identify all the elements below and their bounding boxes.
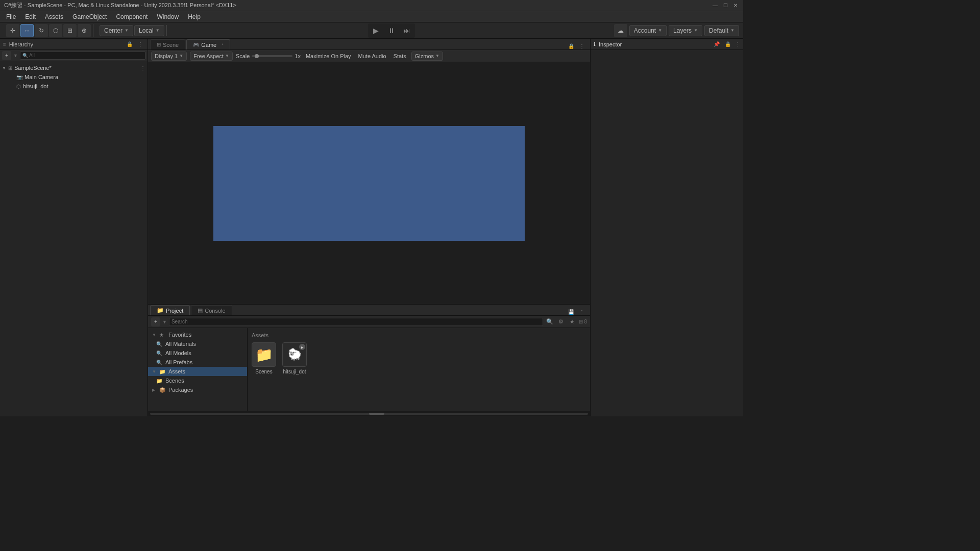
asset-scrollbar[interactable] bbox=[148, 411, 590, 416]
view-tab-controls: 🔒 ⋮ bbox=[567, 43, 588, 49]
scale-value: 1x bbox=[295, 53, 301, 59]
maximize-button[interactable]: ☐ bbox=[722, 2, 729, 9]
hierarchy-add-arrow[interactable]: ▼ bbox=[13, 53, 18, 58]
sidebar-all-materials[interactable]: 🔍 All Materials bbox=[148, 339, 247, 348]
sidebar-assets[interactable]: ▼ 📁 Assets bbox=[148, 367, 247, 376]
scale-slider[interactable] bbox=[252, 55, 292, 57]
tab-console[interactable]: ▤ Console bbox=[191, 305, 232, 315]
inspector-pin-button[interactable]: 📌 bbox=[714, 41, 720, 47]
hand-tool[interactable]: ✛ bbox=[6, 24, 19, 37]
layers-label: Layers bbox=[673, 27, 692, 34]
sidebar-scenes[interactable]: 📁 Scenes bbox=[148, 376, 247, 385]
multi-tool[interactable]: ⊕ bbox=[78, 24, 91, 37]
tab-game[interactable]: 🎮 Game * bbox=[186, 39, 230, 49]
account-button[interactable]: Account ▼ bbox=[629, 25, 667, 36]
space-label: Local bbox=[139, 27, 154, 34]
sidebar-all-models[interactable]: 🔍 All Models bbox=[148, 348, 247, 358]
all-prefabs-label: All Prefabs bbox=[165, 359, 192, 365]
asset-scenes[interactable]: 📁 Scenes bbox=[252, 342, 276, 374]
close-button[interactable]: ✕ bbox=[732, 2, 739, 9]
pivot-arrow: ▼ bbox=[125, 28, 129, 33]
inspector-menu-icon[interactable]: ⋮ bbox=[735, 41, 740, 47]
gizmos-button[interactable]: Gizmos ▼ bbox=[411, 52, 443, 61]
project-save-icon[interactable]: 💾 bbox=[567, 309, 576, 315]
menu-help[interactable]: Help bbox=[184, 12, 205, 21]
scenes-folder-icon: 📁 bbox=[156, 378, 163, 384]
hierarchy-menu-icon[interactable]: ⋮ bbox=[136, 41, 144, 47]
packages-icon: 📦 bbox=[159, 387, 166, 393]
menu-assets[interactable]: Assets bbox=[41, 12, 67, 21]
pivot-button[interactable]: Center ▼ bbox=[100, 25, 133, 36]
project-add-arrow[interactable]: ▼ bbox=[162, 319, 167, 324]
hitsuji-asset-icon: 🐑 ▶ bbox=[282, 342, 307, 367]
menu-file[interactable]: File bbox=[2, 12, 20, 21]
hierarchy-hitsuji-item[interactable]: ⬡ hitsuji_dot bbox=[0, 82, 148, 91]
inspector-lock-icon[interactable]: 🔒 bbox=[725, 41, 731, 47]
project-menu-icon[interactable]: ⋮ bbox=[578, 309, 586, 315]
cloud-build-icon[interactable]: ☁ bbox=[614, 24, 627, 37]
rotate-tool[interactable]: ↻ bbox=[35, 24, 48, 37]
game-view-menu[interactable]: ⋮ bbox=[578, 43, 586, 49]
window-title: C#練習 - SampleScene - PC, Mac & Linux Sta… bbox=[4, 2, 712, 9]
hierarchy-icon: ≡ bbox=[3, 41, 6, 47]
aspect-selector[interactable]: Free Aspect ▼ bbox=[190, 52, 233, 61]
scenes-asset-label: Scenes bbox=[255, 369, 272, 374]
menu-component[interactable]: Component bbox=[112, 12, 152, 21]
hierarchy-panel: ≡ Hierarchy 🔒 ⋮ + ▼ 🔍 All ▼ ⊞ SampleScen… bbox=[0, 39, 148, 416]
hierarchy-search[interactable]: 🔍 All bbox=[20, 52, 145, 60]
minimize-button[interactable]: — bbox=[712, 2, 719, 9]
scale-tool[interactable]: ⬡ bbox=[49, 24, 62, 37]
sidebar-packages[interactable]: ▶ 📦 Packages bbox=[148, 385, 247, 394]
maximize-on-play-button[interactable]: Maximize On Play bbox=[304, 52, 353, 60]
sidebar-all-prefabs[interactable]: 🔍 All Prefabs bbox=[148, 358, 247, 367]
pause-button[interactable]: ⏸ bbox=[384, 24, 399, 37]
models-search-icon: 🔍 bbox=[156, 350, 163, 356]
scenes-folder-asset-icon: 📁 bbox=[252, 342, 276, 367]
hierarchy-lock-icon[interactable]: 🔒 bbox=[125, 41, 134, 47]
title-bar: C#練習 - SampleScene - PC, Mac & Linux Sta… bbox=[0, 0, 743, 11]
mute-audio-button[interactable]: Mute Audio bbox=[356, 52, 388, 60]
game-tab-icon: 🎮 bbox=[193, 42, 199, 47]
transform-tools: ✛ ↔ ↻ ⬡ ⊞ ⊕ bbox=[4, 24, 93, 37]
project-add-button[interactable]: + bbox=[151, 317, 160, 327]
display-selector[interactable]: Display 1 ▼ bbox=[151, 52, 187, 61]
inspector-title: Inspector bbox=[599, 41, 622, 47]
play-button[interactable]: ▶ bbox=[369, 24, 383, 37]
scenes-label: Scenes bbox=[165, 378, 184, 384]
inspector-header: ℹ Inspector 📌 🔒 ⋮ bbox=[591, 39, 743, 50]
display-arrow: ▼ bbox=[179, 54, 183, 58]
scrollbar-track bbox=[150, 413, 588, 415]
game-view-lock[interactable]: 🔒 bbox=[567, 43, 576, 49]
assets-folder-icon: 📁 bbox=[159, 369, 166, 374]
menu-bar: File Edit Assets GameObject Component Wi… bbox=[0, 11, 743, 22]
project-search-input[interactable] bbox=[169, 318, 544, 326]
menu-window[interactable]: Window bbox=[153, 12, 183, 21]
folder-glyph: 📁 bbox=[255, 346, 273, 363]
menu-gameobject[interactable]: GameObject bbox=[68, 12, 111, 21]
scene-options-icon[interactable]: ⋮ bbox=[140, 65, 145, 71]
space-button[interactable]: Local ▼ bbox=[134, 25, 164, 36]
stats-button[interactable]: Stats bbox=[391, 52, 408, 60]
filter-icon[interactable]: ⚙ bbox=[556, 317, 566, 327]
space-arrow: ▼ bbox=[156, 28, 160, 33]
hierarchy-title: Hierarchy bbox=[9, 41, 33, 47]
tab-project[interactable]: 📁 Project bbox=[150, 305, 190, 315]
step-button[interactable]: ⏭ bbox=[400, 24, 414, 37]
layout-button[interactable]: Default ▼ bbox=[704, 25, 739, 36]
account-arrow: ▼ bbox=[658, 28, 662, 33]
scene-tab-icon: ⊞ bbox=[157, 42, 161, 47]
star-filter-icon[interactable]: ★ bbox=[568, 317, 577, 327]
tab-scene[interactable]: ⊞ Scene bbox=[150, 39, 185, 49]
camera-label: Main Camera bbox=[24, 74, 58, 80]
hierarchy-add-button[interactable]: + bbox=[2, 51, 11, 60]
console-tab-icon: ▤ bbox=[198, 307, 203, 314]
move-tool[interactable]: ↔ bbox=[20, 24, 34, 37]
layers-button[interactable]: Layers ▼ bbox=[669, 25, 702, 36]
asset-hitsuji[interactable]: 🐑 ▶ hitsuji_dot bbox=[282, 342, 307, 374]
materials-search-icon: 🔍 bbox=[156, 341, 163, 347]
hierarchy-camera-item[interactable]: 📷 Main Camera bbox=[0, 72, 148, 82]
rect-tool[interactable]: ⊞ bbox=[63, 24, 77, 37]
menu-edit[interactable]: Edit bbox=[21, 12, 40, 21]
hierarchy-scene-item[interactable]: ▼ ⊞ SampleScene* ⋮ bbox=[0, 63, 148, 72]
sidebar-favorites[interactable]: ▼ ★ Favorites bbox=[148, 330, 247, 339]
